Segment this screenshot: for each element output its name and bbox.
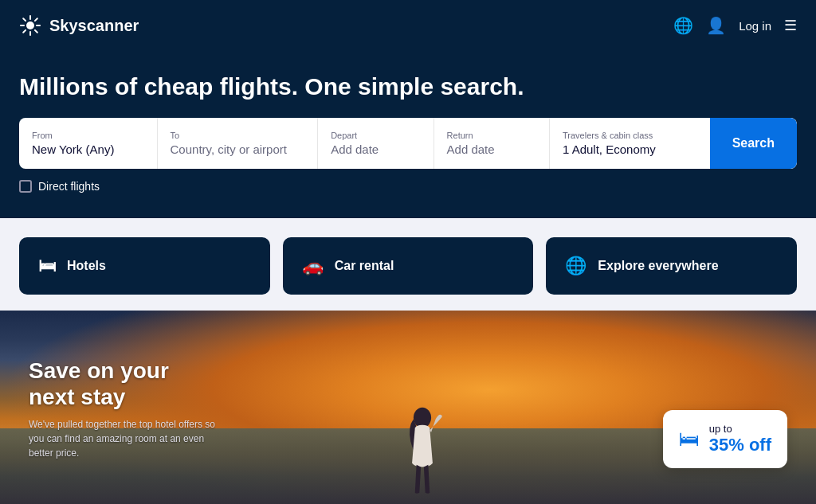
hero-section: Millions of cheap flights. One simple se… <box>0 51 816 218</box>
depart-label: Depart <box>331 131 420 140</box>
nav-actions: 🌐 👤 Log in ☰ <box>673 16 797 35</box>
promo-subtext: We've pulled together the top hotel offe… <box>29 417 220 460</box>
globe-explore-icon: 🌐 <box>565 256 586 276</box>
car-icon: 🚗 <box>302 256 324 276</box>
from-value: New York (Any) <box>32 143 144 156</box>
car-rental-label: Car rental <box>335 259 394 273</box>
skyscanner-logo-icon <box>19 14 41 37</box>
to-label: To <box>171 131 305 140</box>
return-field[interactable]: Return Add date <box>434 118 550 169</box>
to-value: Country, city or airport <box>171 143 305 156</box>
brand-area: Skyscanner <box>19 14 139 37</box>
svg-line-6 <box>35 30 37 33</box>
search-button[interactable]: Search <box>710 118 797 169</box>
discount-badge: 🛏 up to 35% off <box>663 410 787 468</box>
hotel-icon: 🛏 <box>38 256 56 276</box>
promo-headline: Save on your next stay <box>29 357 220 411</box>
from-field[interactable]: From New York (Any) <box>19 118 158 169</box>
direct-flights-checkbox[interactable] <box>19 180 32 193</box>
explore-label: Explore everywhere <box>598 259 718 273</box>
travelers-field[interactable]: Travelers & cabin class 1 Adult, Economy <box>550 118 710 169</box>
promo-person-silhouette <box>398 404 446 500</box>
svg-line-8 <box>23 30 26 33</box>
svg-line-5 <box>23 18 26 21</box>
user-icon[interactable]: 👤 <box>706 16 726 35</box>
return-label: Return <box>447 131 536 140</box>
brand-name: Skyscanner <box>49 17 139 35</box>
badge-bed-icon: 🛏 <box>679 427 700 451</box>
direct-flights-label[interactable]: Direct flights <box>38 180 100 193</box>
svg-line-7 <box>35 18 37 21</box>
login-button[interactable]: Log in <box>739 19 771 33</box>
return-value: Add date <box>447 143 536 156</box>
travelers-label: Travelers & cabin class <box>563 131 697 140</box>
promo-section: Save on your next stay We've pulled toge… <box>0 311 816 504</box>
direct-flights-row: Direct flights <box>19 180 797 193</box>
promo-headline-line2: next stay <box>29 385 125 409</box>
badge-text-area: up to 35% off <box>709 423 771 455</box>
depart-value: Add date <box>331 143 420 156</box>
promo-headline-line1: Save on your <box>29 358 169 383</box>
hotels-button[interactable]: 🛏 Hotels <box>19 237 270 295</box>
search-bar: From New York (Any) To Country, city or … <box>19 118 797 169</box>
car-rental-button[interactable]: 🚗 Car rental <box>283 237 534 295</box>
badge-discount-text: 35% off <box>709 435 771 455</box>
travelers-value: 1 Adult, Economy <box>563 143 697 156</box>
hero-title: Millions of cheap flights. One simple se… <box>19 73 797 100</box>
to-field[interactable]: To Country, city or airport <box>158 118 319 169</box>
svg-point-0 <box>26 21 34 29</box>
from-label: From <box>32 131 144 140</box>
navbar: Skyscanner 🌐 👤 Log in ☰ <box>0 0 816 51</box>
globe-icon[interactable]: 🌐 <box>673 16 693 35</box>
menu-icon[interactable]: ☰ <box>784 17 797 34</box>
svg-point-9 <box>414 408 431 428</box>
badge-up-text: up to <box>709 423 771 435</box>
promo-text-area: Save on your next stay We've pulled toge… <box>29 357 220 460</box>
services-section: 🛏 Hotels 🚗 Car rental 🌐 Explore everywhe… <box>0 218 816 311</box>
hotels-label: Hotels <box>67 259 106 273</box>
explore-button[interactable]: 🌐 Explore everywhere <box>546 237 797 295</box>
depart-field[interactable]: Depart Add date <box>318 118 434 169</box>
